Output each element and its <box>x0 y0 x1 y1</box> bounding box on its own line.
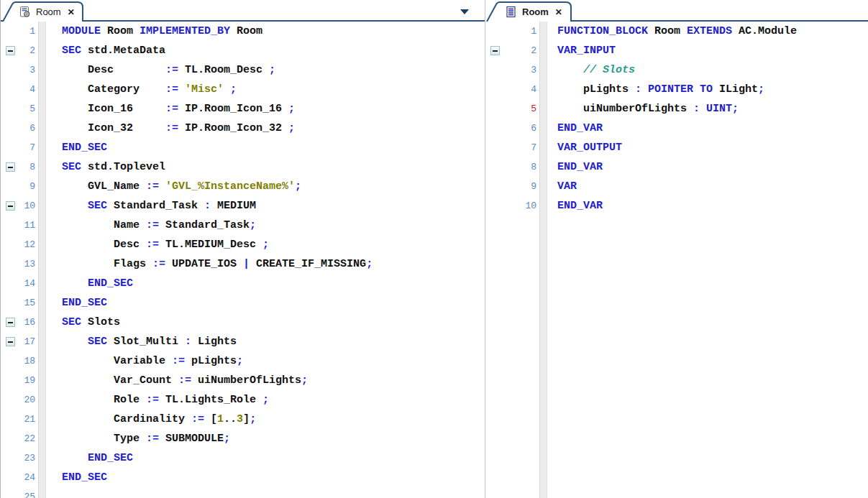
code-line[interactable]: 2VAR_INPUT <box>485 41 868 60</box>
line-number: 18 <box>19 356 37 366</box>
code-line[interactable]: 19 Var_Count := uiNumberOfLights; <box>1 371 485 390</box>
tab-room-pou[interactable]: Room ✕ <box>486 0 575 22</box>
line-number: 14 <box>19 278 37 289</box>
code-text: VAR <box>538 177 868 196</box>
code-line[interactable]: 10END_VAR <box>485 196 868 216</box>
code-text: pLights : POINTER TO ILight; <box>538 80 868 99</box>
code-line[interactable]: 8END_VAR <box>485 157 868 177</box>
collapse-minus-icon[interactable] <box>6 318 15 327</box>
line-number: 8 <box>505 162 538 172</box>
line-number: 9 <box>505 181 538 192</box>
code-line[interactable]: 20 Role := TL.Lights_Role ; <box>1 390 485 410</box>
code-line[interactable]: 16SEC Slots <box>1 313 485 332</box>
fold-margin <box>1 337 19 346</box>
line-number: 6 <box>505 123 538 134</box>
code-text: Role := TL.Lights_Role ; <box>37 390 485 410</box>
line-number: 10 <box>505 200 538 211</box>
code-line[interactable]: 18 Variable := pLights; <box>1 351 485 371</box>
code-line[interactable]: 13 Flags := UPDATE_IOS | CREATE_IF_MISSI… <box>1 254 485 274</box>
code-line[interactable]: 3 Desc := TL.Room_Desc ; <box>1 60 485 80</box>
code-text: END_VAR <box>538 196 868 216</box>
fold-margin <box>485 46 505 55</box>
code-line[interactable]: 22 Type := SUBMODULE; <box>1 429 485 448</box>
collapse-minus-icon[interactable] <box>490 46 500 55</box>
code-line[interactable]: 10 SEC Standard_Task : MEDIUM <box>1 196 485 216</box>
code-line[interactable]: 4 Category := 'Misc' ; <box>1 80 485 99</box>
collapse-minus-icon[interactable] <box>6 46 15 55</box>
left-tabbar: Room ✕ <box>1 0 485 22</box>
code-line[interactable]: 7END_SEC <box>1 138 485 157</box>
code-line[interactable]: 4 pLights : POINTER TO ILight; <box>485 80 868 99</box>
line-number: 1 <box>19 26 37 37</box>
code-line[interactable]: 1MODULE Room IMPLEMENTED_BY Room <box>1 22 485 41</box>
tab-label: Room <box>36 6 61 17</box>
tab-room-module[interactable]: Room ✕ <box>2 0 87 22</box>
line-number: 4 <box>505 84 538 95</box>
code-text: Desc := TL.MEDIUM_Desc ; <box>37 235 485 254</box>
code-line[interactable]: 14 END_SEC <box>1 274 485 293</box>
code-text: MODULE Room IMPLEMENTED_BY Room <box>37 22 485 41</box>
line-number: 13 <box>19 259 37 269</box>
st-pou-icon <box>505 6 517 18</box>
code-text: Variable := pLights; <box>37 351 485 371</box>
line-number: 15 <box>19 298 37 308</box>
collapse-minus-icon[interactable] <box>6 337 15 346</box>
line-number: 10 <box>19 200 37 211</box>
code-line[interactable]: 1FUNCTION_BLOCK Room EXTENDS AC.Module <box>485 22 868 41</box>
code-line[interactable]: 6END_VAR <box>485 119 868 138</box>
line-number: 25 <box>19 492 37 498</box>
code-text: Desc := TL.Room_Desc ; <box>37 60 485 80</box>
line-number: 17 <box>19 336 37 347</box>
code-line[interactable]: 25 <box>1 487 485 498</box>
left-code-area[interactable]: 1MODULE Room IMPLEMENTED_BY Room2SEC std… <box>1 22 485 498</box>
code-line[interactable]: 24END_SEC <box>1 468 485 487</box>
code-text: GVL_Name := 'GVL_%InstanceName%'; <box>37 177 485 196</box>
code-line[interactable]: 21 Cardinality := [1..3]; <box>1 410 485 429</box>
code-line[interactable]: 6 Icon_32 := IP.Room_Icon_32 ; <box>1 119 485 138</box>
line-number: 11 <box>19 220 37 231</box>
tab-list-dropdown-icon[interactable] <box>460 9 469 14</box>
code-text: Name := Standard_Task; <box>37 216 485 235</box>
line-number: 2 <box>19 45 37 56</box>
line-number: 24 <box>19 472 37 483</box>
line-number: 19 <box>19 375 37 386</box>
code-text: SEC Slots <box>37 313 485 332</box>
code-line[interactable]: 12 Desc := TL.MEDIUM_Desc ; <box>1 235 485 254</box>
code-text: Var_Count := uiNumberOfLights; <box>37 371 485 390</box>
line-number: 5 <box>19 103 37 114</box>
line-number: 5 <box>505 103 538 114</box>
code-line[interactable]: 17 SEC Slot_Multi : Lights <box>1 332 485 351</box>
code-line[interactable]: 9 GVL_Name := 'GVL_%InstanceName%'; <box>1 177 485 196</box>
code-text: END_VAR <box>538 119 868 138</box>
code-line[interactable]: 23 END_SEC <box>1 448 485 468</box>
code-line[interactable]: 3 // Slots <box>485 60 868 80</box>
code-line[interactable]: 7VAR_OUTPUT <box>485 138 868 157</box>
code-line[interactable]: 5 Icon_16 := IP.Room_Icon_16 ; <box>1 99 485 119</box>
collapse-minus-icon[interactable] <box>6 162 15 172</box>
line-number: 22 <box>19 433 37 444</box>
fold-margin <box>1 162 19 172</box>
right-tabbar: Room ✕ <box>485 0 868 22</box>
close-icon[interactable]: ✕ <box>554 7 564 17</box>
code-line[interactable]: 11 Name := Standard_Task; <box>1 216 485 235</box>
tab-label: Room <box>522 6 549 17</box>
collapse-minus-icon[interactable] <box>6 201 15 211</box>
line-number: 3 <box>19 65 37 75</box>
code-text: END_SEC <box>37 274 485 293</box>
line-number: 9 <box>19 181 37 192</box>
right-code-area[interactable]: 1FUNCTION_BLOCK Room EXTENDS AC.Module2V… <box>485 22 868 498</box>
code-text: END_VAR <box>538 157 868 177</box>
code-line[interactable]: 5 uiNumberOfLights : UINT; <box>485 99 868 119</box>
code-text: uiNumberOfLights : UINT; <box>538 99 868 119</box>
line-number: 1 <box>505 26 538 37</box>
code-line[interactable]: 8SEC std.Toplevel <box>1 157 485 177</box>
line-number: 8 <box>19 162 37 172</box>
code-text: Cardinality := [1..3]; <box>37 410 485 429</box>
code-text: SEC std.MetaData <box>37 41 485 60</box>
code-line[interactable]: 9VAR <box>485 177 868 196</box>
code-line[interactable]: 2SEC std.MetaData <box>1 41 485 60</box>
code-line[interactable]: 15END_SEC <box>1 293 485 313</box>
close-icon[interactable]: ✕ <box>66 7 76 17</box>
code-text: FUNCTION_BLOCK Room EXTENDS AC.Module <box>538 22 868 41</box>
code-text: END_SEC <box>37 448 485 468</box>
